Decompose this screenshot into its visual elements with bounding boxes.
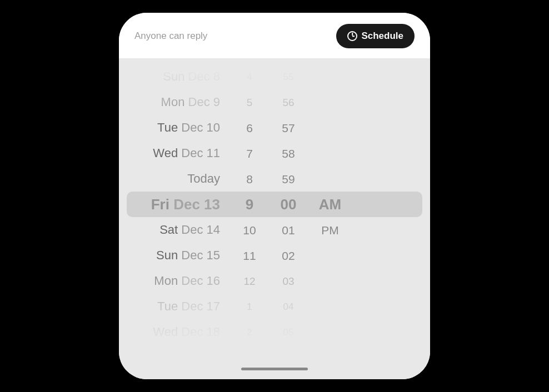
minute-cell: 05 [283, 328, 294, 337]
spacer [308, 89, 352, 115]
list-item[interactable]: 03 [269, 268, 308, 294]
list-item[interactable]: Wed Dec 18 [119, 319, 224, 345]
hour-cell: 11 [243, 250, 256, 262]
hour-cell: 7 [246, 148, 253, 159]
list-item[interactable]: 05 [269, 319, 308, 345]
date-cell: Sun Dec 15 [156, 248, 220, 263]
list-item[interactable]: 01 [269, 217, 308, 243]
minute-cell: 55 [283, 72, 294, 82]
hour-cell: 4 [247, 72, 252, 82]
list-item[interactable]: Tue Dec 10 [119, 115, 224, 140]
schedule-button[interactable]: Schedule [336, 24, 415, 48]
spacer [308, 166, 352, 192]
date-cell: Mon Dec 9 [161, 95, 220, 109]
list-item[interactable]: 12 [230, 268, 269, 294]
clock-icon [347, 31, 357, 41]
list-item[interactable]: Wed Dec 11 [119, 140, 224, 166]
minute-cell: 01 [282, 224, 295, 236]
list-item[interactable]: 00 [269, 192, 308, 217]
selected-minute-cell: 00 [281, 197, 297, 212]
spacer [308, 268, 352, 294]
list-item[interactable]: 1 [230, 294, 269, 319]
list-item[interactable]: 57 [269, 115, 308, 140]
minute-cell: 56 [282, 97, 294, 108]
spacer [308, 243, 352, 268]
list-item[interactable]: 9 [230, 192, 269, 217]
list-item[interactable]: 5 [230, 89, 269, 115]
list-item[interactable]: 59 [269, 166, 308, 192]
list-item[interactable]: 7 [230, 140, 269, 166]
hour-cell: 10 [243, 224, 256, 236]
spacer [308, 140, 352, 166]
date-cell: Mon Dec 16 [154, 274, 220, 288]
hour-cell: 2 [247, 328, 252, 337]
home-bar [241, 368, 308, 370]
list-item[interactable]: 56 [269, 89, 308, 115]
picker-container: Sun Dec 8 Mon Dec 9 Tue Dec 10 [119, 64, 430, 345]
spacer [308, 64, 352, 89]
list-item[interactable]: 10 [230, 217, 269, 243]
date-cell: Wed Dec 18 [153, 325, 220, 339]
minute-cell: 02 [282, 250, 295, 262]
list-item[interactable]: Fri Dec 13 [119, 192, 224, 217]
date-cell: Sun Dec 8 [163, 69, 220, 84]
list-item[interactable]: 02 [269, 243, 308, 268]
hour-cell: 1 [247, 302, 252, 311]
hour-column[interactable]: 4 5 6 7 8 9 10 11 12 1 2 [230, 64, 269, 345]
hour-cell: 5 [247, 97, 253, 108]
spacer [308, 319, 352, 345]
list-item[interactable]: Today [119, 166, 224, 192]
list-item[interactable]: 04 [269, 294, 308, 319]
list-item[interactable]: 4 [230, 64, 269, 89]
home-indicator [119, 362, 430, 379]
date-cell: Wed Dec 11 [153, 146, 220, 160]
list-item[interactable]: Sat Dec 14 [119, 217, 224, 243]
list-item[interactable]: Tue Dec 17 [119, 294, 224, 319]
date-cell: Sat Dec 14 [159, 223, 220, 237]
list-item[interactable]: 55 [269, 64, 308, 89]
minute-cell: 57 [282, 122, 295, 134]
picker-columns: Sun Dec 8 Mon Dec 9 Tue Dec 10 [119, 64, 430, 345]
spacer [308, 294, 352, 319]
picker-section[interactable]: Sun Dec 8 Mon Dec 9 Tue Dec 10 [119, 58, 430, 362]
list-item[interactable]: Mon Dec 9 [119, 89, 224, 115]
list-item[interactable]: AM [308, 192, 352, 217]
phone-frame: Anyone can reply Schedule Sun Dec 8 [119, 13, 430, 379]
date-cell: Tue Dec 17 [157, 299, 220, 314]
minute-cell: 04 [283, 302, 294, 311]
list-item[interactable]: 8 [230, 166, 269, 192]
hour-cell: 6 [246, 122, 253, 134]
selected-date-cell: Fri Dec 13 [151, 196, 220, 213]
list-item[interactable]: 58 [269, 140, 308, 166]
minute-column[interactable]: 55 56 57 58 59 00 01 02 03 04 05 [269, 64, 308, 345]
today-cell: Today [187, 172, 220, 186]
minute-cell: 59 [282, 173, 295, 185]
list-item[interactable]: Sun Dec 15 [119, 243, 224, 268]
schedule-label: Schedule [361, 31, 403, 42]
minute-cell: 58 [282, 148, 295, 159]
minute-cell: 03 [282, 276, 294, 287]
selected-ampm-cell: AM [319, 197, 341, 212]
hour-cell: 12 [243, 276, 255, 287]
ampm-cell: PM [321, 224, 339, 236]
list-item[interactable]: PM [308, 217, 352, 243]
list-item[interactable]: 2 [230, 319, 269, 345]
ampm-column[interactable]: AM PM [308, 64, 352, 345]
list-item[interactable]: 11 [230, 243, 269, 268]
date-cell: Tue Dec 10 [157, 120, 220, 135]
reply-label: Anyone can reply [134, 31, 207, 42]
date-column[interactable]: Sun Dec 8 Mon Dec 9 Tue Dec 10 [119, 64, 230, 345]
list-item[interactable]: 6 [230, 115, 269, 140]
list-item[interactable]: Sun Dec 8 [119, 64, 224, 89]
top-section: Anyone can reply Schedule [119, 13, 430, 58]
spacer [308, 115, 352, 140]
hour-cell: 8 [246, 173, 253, 185]
list-item[interactable]: Mon Dec 16 [119, 268, 224, 294]
selected-hour-cell: 9 [246, 197, 253, 212]
